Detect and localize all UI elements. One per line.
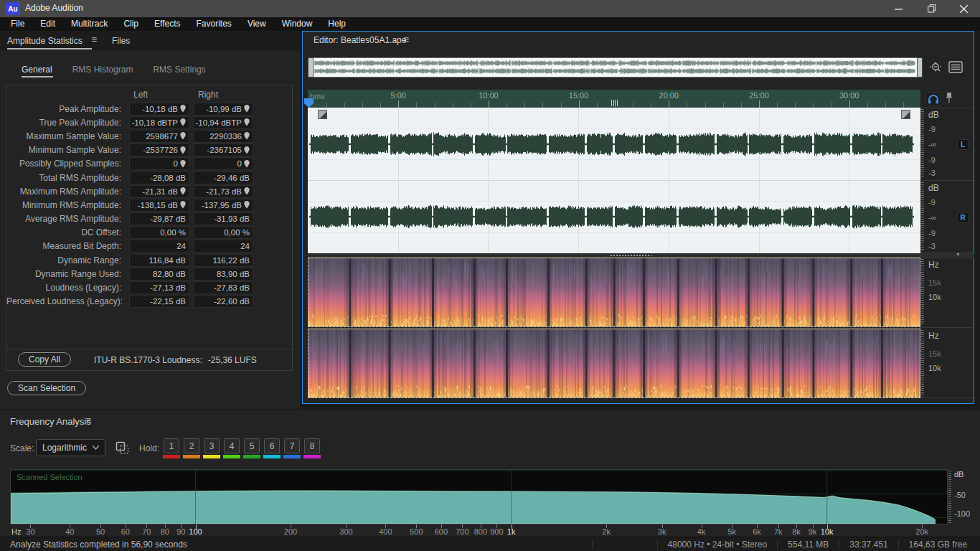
- editor-layout-icon[interactable]: [948, 61, 963, 75]
- channel-badge-l[interactable]: L: [957, 139, 969, 150]
- hold-button-1[interactable]: 1: [164, 438, 179, 453]
- splitter-grip[interactable]: [610, 254, 651, 257]
- scale-dropdown[interactable]: Logarithmic: [36, 439, 105, 456]
- stat-value-left[interactable]: 82,80 dB: [129, 268, 189, 281]
- location-pin-icon[interactable]: [180, 105, 186, 113]
- stat-value-left[interactable]: 0,00 %: [129, 226, 189, 239]
- stat-value-left[interactable]: -29,87 dB: [129, 212, 189, 225]
- channel-badge-r[interactable]: R: [957, 212, 969, 223]
- stat-value-left[interactable]: 0: [129, 157, 189, 170]
- status-duration[interactable]: 33:37.451: [839, 540, 897, 550]
- minimize-button[interactable]: [882, 0, 915, 17]
- splitter-collapse-icon[interactable]: ▾: [956, 250, 960, 258]
- stat-value-right[interactable]: 2290336: [193, 130, 253, 143]
- location-pin-icon[interactable]: [244, 187, 250, 195]
- clip-marker-icon: [615, 100, 616, 106]
- stat-value-right[interactable]: -21,73 dB: [193, 185, 253, 198]
- pin-panel-icon[interactable]: [946, 92, 953, 106]
- tab-amplitude-statistics[interactable]: Amplitude Statistics: [7, 36, 83, 46]
- location-pin-icon[interactable]: [180, 201, 186, 209]
- stat-value-left[interactable]: -27,13 dB: [129, 281, 189, 294]
- location-pin-icon[interactable]: [244, 118, 250, 126]
- hold-button-6[interactable]: 6: [264, 438, 280, 453]
- menu-help[interactable]: Help: [320, 17, 354, 31]
- status-file-size[interactable]: 554,11 MB: [778, 540, 839, 550]
- menu-window[interactable]: Window: [274, 17, 321, 31]
- menu-file[interactable]: File: [3, 17, 32, 31]
- location-pin-icon[interactable]: [244, 105, 250, 113]
- location-pin-icon[interactable]: [180, 160, 186, 168]
- scan-selection-button[interactable]: Scan Selection: [7, 381, 86, 395]
- hold-button-8[interactable]: 8: [304, 438, 320, 453]
- stat-value-right[interactable]: 0: [193, 157, 253, 170]
- hold-button-2[interactable]: 2: [184, 438, 199, 453]
- location-pin-icon[interactable]: [244, 146, 250, 154]
- stat-value-left[interactable]: -10,18 dB: [129, 103, 189, 116]
- location-pin-icon[interactable]: [180, 132, 186, 140]
- selection-handle-left[interactable]: [318, 110, 327, 119]
- copy-graph-icon[interactable]: [116, 441, 129, 457]
- menu-edit[interactable]: Edit: [32, 17, 63, 31]
- subtab-general[interactable]: General: [22, 65, 52, 75]
- copy-all-button[interactable]: Copy All: [18, 352, 71, 367]
- stat-value-right[interactable]: -27,83 dB: [193, 281, 253, 294]
- close-button[interactable]: [948, 0, 980, 17]
- stat-value-right[interactable]: -22,60 dB: [193, 295, 253, 308]
- hold-button-5[interactable]: 5: [244, 438, 260, 453]
- menu-multitrack[interactable]: Multitrack: [63, 17, 116, 31]
- status-disk-free[interactable]: 164,63 GB free: [899, 540, 977, 550]
- menu-view[interactable]: View: [240, 17, 274, 31]
- stat-value-right[interactable]: 83,90 dB: [193, 268, 253, 281]
- stat-value-right[interactable]: 24: [193, 240, 253, 253]
- timeline-ruler[interactable]: hms 5:0010:0015:0020:0025:0030:00: [308, 90, 920, 108]
- overview-left-handle[interactable]: [308, 57, 314, 77]
- hold-button-3[interactable]: 3: [204, 438, 220, 453]
- panel-menu-icon[interactable]: ≡: [91, 34, 97, 44]
- restore-button[interactable]: [915, 0, 948, 17]
- overview-right-handle[interactable]: [917, 57, 923, 77]
- hold-button-7[interactable]: 7: [284, 438, 300, 453]
- menu-favorites[interactable]: Favorites: [189, 17, 240, 31]
- editor-tab-title[interactable]: Editor: Beatles05A1.ape: [314, 35, 406, 45]
- stat-value-left[interactable]: -28,08 dB: [129, 171, 189, 184]
- menu-clip[interactable]: Clip: [116, 17, 146, 31]
- stat-value-left[interactable]: -10,18 dBTP: [129, 116, 189, 129]
- stat-value-left[interactable]: -22,15 dB: [129, 295, 189, 308]
- solo-monitor-icon[interactable]: [925, 92, 941, 106]
- selection-handle-right[interactable]: [901, 110, 910, 119]
- amplitude-statistics-panel: Amplitude Statistics ≡ Files GeneralRMS …: [0, 31, 300, 409]
- stat-value-right[interactable]: 0,00 %: [193, 226, 253, 239]
- tab-files[interactable]: Files: [112, 36, 130, 46]
- location-pin-icon[interactable]: [180, 146, 186, 154]
- zoom-navigate-icon[interactable]: [928, 60, 944, 77]
- stat-value-right[interactable]: -29,46 dB: [193, 171, 253, 184]
- location-pin-icon[interactable]: [244, 160, 250, 168]
- status-audio-format[interactable]: 48000 Hz • 24-bit • Stereo: [658, 540, 777, 550]
- stat-value-right[interactable]: -2367105: [193, 143, 253, 156]
- hold-button-4[interactable]: 4: [224, 438, 240, 453]
- editor-panel-menu-icon[interactable]: ≡: [403, 34, 409, 44]
- stat-value-left[interactable]: 24: [129, 240, 189, 253]
- stat-value-right[interactable]: -137,95 dB: [193, 199, 253, 212]
- stat-value-right[interactable]: 116,22 dB: [193, 254, 253, 267]
- spectrogram-right-channel[interactable]: [308, 329, 920, 398]
- stat-value-right[interactable]: -31,93 dB: [193, 212, 253, 225]
- stat-value-left[interactable]: -138,15 dB: [129, 199, 189, 212]
- stat-value-left[interactable]: -21,31 dB: [129, 185, 189, 198]
- location-pin-icon[interactable]: [180, 187, 186, 195]
- stat-value-left[interactable]: 2598677: [129, 130, 189, 143]
- menu-effects[interactable]: Effects: [146, 17, 188, 31]
- db-scale-mark: -∞: [928, 140, 937, 149]
- frequency-plot[interactable]: Scanned Selection: [10, 469, 948, 524]
- stat-value-right[interactable]: -10,99 dB: [193, 103, 253, 116]
- location-pin-icon[interactable]: [180, 118, 186, 126]
- stat-value-left[interactable]: -2537726: [129, 143, 189, 156]
- spectrogram-left-channel[interactable]: [308, 258, 920, 327]
- stat-value-right[interactable]: -10,94 dBTP: [193, 116, 253, 129]
- subtab-rms-histogram[interactable]: RMS Histogram: [72, 65, 133, 75]
- freq-panel-menu-icon[interactable]: ≡: [85, 415, 91, 425]
- location-pin-icon[interactable]: [244, 132, 250, 140]
- subtab-rms-settings[interactable]: RMS Settings: [153, 65, 205, 75]
- stat-value-left[interactable]: 116,84 dB: [129, 254, 189, 267]
- location-pin-icon[interactable]: [244, 201, 250, 209]
